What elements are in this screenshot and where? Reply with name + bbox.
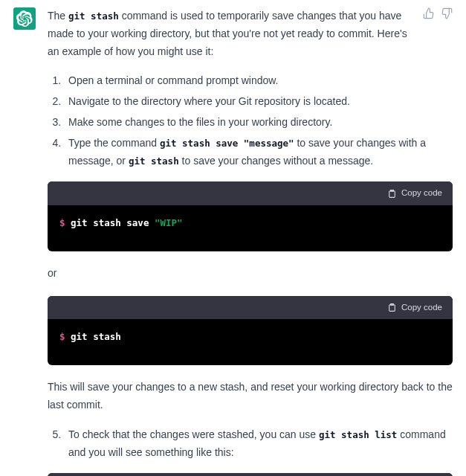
assistant-message: The git stash command is used to tempora… (13, 7, 453, 476)
code-body: $ git stash save "WIP" (48, 205, 453, 251)
thumbs-up-icon (423, 7, 435, 19)
thumbs-down-button[interactable] (441, 7, 453, 19)
copy-label: Copy code (401, 186, 442, 201)
code-body: $ git stash (48, 319, 453, 365)
clipboard-icon (387, 303, 397, 312)
code-block-2: Copy code $ git stash (48, 296, 453, 366)
feedback-buttons (423, 7, 453, 19)
code-block-3: Copy code $ git stash list stash@{0}: WI… (48, 473, 453, 476)
intro-pre: The (48, 10, 68, 22)
message-content: The git stash command is used to tempora… (48, 7, 453, 476)
thumbs-down-icon (441, 7, 453, 19)
code-block-1: Copy code $ git stash save "WIP" (48, 181, 453, 251)
copy-code-button[interactable]: Copy code (387, 300, 442, 315)
step-1: Open a terminal or command prompt window… (64, 72, 453, 90)
step4-pre: Type the command (68, 137, 160, 149)
intro-paragraph: The git stash command is used to tempora… (48, 7, 417, 60)
code-prompt: $ (59, 217, 71, 228)
clipboard-icon (387, 189, 397, 199)
code-prompt: $ (59, 331, 71, 342)
code-header: Copy code (48, 296, 453, 320)
step-5: To check that the changes were stashed, … (64, 426, 453, 462)
code-cmd: git stash save (71, 217, 155, 228)
copy-label: Copy code (401, 300, 442, 315)
svg-rect-1 (389, 190, 395, 197)
thumbs-up-button[interactable] (423, 7, 435, 19)
or-text: or (48, 265, 453, 283)
inline-code-stash-list: git stash list (319, 429, 397, 440)
steps-list: Open a terminal or command prompt window… (48, 72, 453, 170)
step4-post: to save your changes without a message. (179, 155, 373, 167)
assistant-avatar (13, 7, 36, 30)
paragraph-after-code: This will save your changes to a new sta… (48, 379, 453, 414)
inline-code-git-stash: git stash (68, 10, 119, 22)
code-header: Copy code (48, 181, 453, 205)
steps-list-continued: To check that the changes were stashed, … (48, 426, 453, 462)
step-3: Make some changes to the files in your w… (64, 114, 453, 132)
inline-code-stash: git stash (129, 155, 179, 167)
step-4: Type the command git stash save "message… (64, 135, 453, 170)
code-string: "WIP" (155, 217, 183, 228)
copy-code-button[interactable]: Copy code (387, 186, 442, 201)
inline-code-stash-save-msg: git stash save "message" (160, 138, 294, 149)
openai-logo-icon (16, 10, 33, 27)
svg-rect-3 (389, 305, 395, 312)
code-cmd: git stash (71, 331, 121, 342)
step-2: Navigate to the directory where your Git… (64, 93, 453, 111)
step5-pre: To check that the changes were stashed, … (68, 428, 319, 440)
code-header: Copy code (48, 473, 453, 476)
